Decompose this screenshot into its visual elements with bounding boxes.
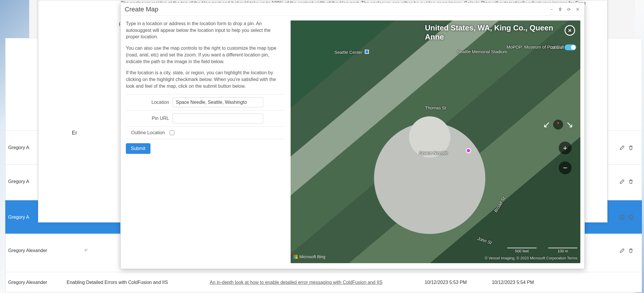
trash-icon[interactable] <box>628 179 634 185</box>
checkbox-icon[interactable] <box>619 214 625 220</box>
pin-url-input[interactable] <box>173 113 263 123</box>
map-copyright[interactable]: © Vexcel Imaging, © 2023 Microsoft Corpo… <box>485 256 577 260</box>
scale-feet: 500 feet <box>507 248 537 253</box>
bing-text: Microsoft Bing <box>299 254 325 259</box>
zoom-out-button[interactable]: − <box>559 161 572 174</box>
map-pin[interactable] <box>466 148 471 153</box>
location-row: Location <box>126 94 284 111</box>
map-scalebar: 500 feet 100 m <box>507 248 577 253</box>
edit-icon[interactable] <box>619 248 625 254</box>
pin-url-label: Pin URL <box>126 116 173 121</box>
outline-row: Outline Location <box>126 127 284 139</box>
outline-checkbox[interactable] <box>170 130 174 135</box>
form-block: Location Pin URL Outline Location <box>126 94 284 139</box>
editor-path-status: P <box>85 248 87 253</box>
help-para-3: If the location is a city, state, or reg… <box>126 70 284 89</box>
svg-rect-9 <box>296 255 298 257</box>
table-row[interactable]: Gregory Alexander Enabling Detailed Erro… <box>5 272 642 292</box>
map-close-icon[interactable] <box>565 25 575 36</box>
dialog-title: Create Map <box>125 6 158 13</box>
cell-desc[interactable]: An in-depth look at how to enable detail… <box>210 280 408 285</box>
trash-icon[interactable] <box>628 248 634 254</box>
map-bing-attrib: Microsoft Bing <box>294 254 325 259</box>
svg-rect-10 <box>294 257 296 259</box>
cell-title: Enabling Detailed Errors with ColdFusion… <box>67 280 210 285</box>
dialog-close-icon[interactable]: ✕ <box>575 7 580 12</box>
map-heading: United States, WA, King Co., Queen Anne <box>425 23 557 42</box>
svg-rect-11 <box>296 257 298 259</box>
create-map-dialog: Create Map − ⟳ ✕ Type in a location or a… <box>120 2 585 269</box>
submit-button[interactable]: Submit <box>126 143 150 154</box>
rotate-left-icon[interactable]: ↙ <box>543 119 550 130</box>
trash-icon[interactable] <box>628 145 634 151</box>
map-label-mopop: MoPOP: Museum of Pop Cult <box>506 44 564 49</box>
zoom-in-button[interactable]: + <box>559 142 572 154</box>
cell-date-1: 10/12/2023 5:53 PM <box>408 280 475 285</box>
map-label-thomas: Thomas St <box>425 105 446 110</box>
map-compass[interactable]: ↙ ↘ <box>543 119 573 130</box>
map-label-spaceneedle: Space Needle <box>419 150 448 155</box>
cancel-icon[interactable] <box>628 214 634 220</box>
labels-switch[interactable] <box>565 44 576 50</box>
help-para-1: Type in a location or address in the loc… <box>126 20 284 40</box>
map-label-memorial: Seattle Memorial Stadium <box>457 49 507 54</box>
edit-icon[interactable] <box>619 179 625 185</box>
map-label-seattle-center: Seattle Center <box>334 50 369 55</box>
dialog-titlebar: Create Map − ⟳ ✕ <box>121 3 584 16</box>
dialog-refresh-icon[interactable]: ⟳ <box>566 7 572 12</box>
er-label: Er <box>72 130 77 136</box>
map-label-broad: Broad St <box>493 196 506 213</box>
marker-icon <box>365 50 369 54</box>
cell-date-2: 10/12/2023 5:54 PM <box>475 280 543 285</box>
svg-rect-0 <box>620 215 624 219</box>
scale-meters: 100 m <box>548 248 577 253</box>
map-pane[interactable]: United States, WA, King Co., Queen Anne … <box>291 20 580 263</box>
pin-url-row: Pin URL <box>126 111 284 127</box>
help-para-2: You can also use the map controls to the… <box>126 45 284 65</box>
location-input[interactable] <box>173 97 263 107</box>
dialog-minimize-icon[interactable]: − <box>549 7 554 12</box>
dialog-left-pane: Type in a location or address in the loc… <box>126 20 284 263</box>
outline-label: Outline Location <box>126 130 169 135</box>
compass-icon[interactable] <box>553 120 563 130</box>
bing-logo-icon <box>294 255 298 259</box>
cell-author: Gregory Alexander <box>8 248 67 253</box>
location-label: Location <box>126 100 173 105</box>
dialog-pin-icon[interactable] <box>558 7 563 12</box>
map-label-john: John St <box>477 236 492 245</box>
cell-author: Gregory Alexander <box>8 280 67 285</box>
rotate-right-icon[interactable]: ↘ <box>566 119 573 130</box>
edit-icon[interactable] <box>619 145 625 151</box>
